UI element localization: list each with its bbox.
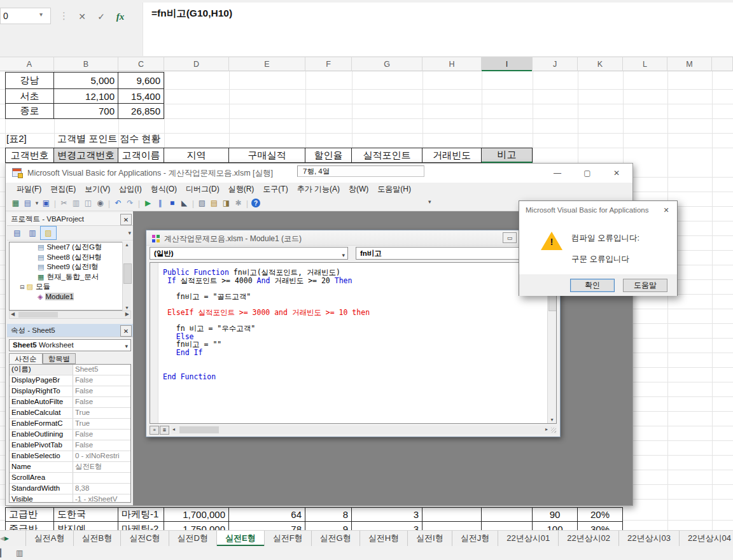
column-header[interactable]: B bbox=[54, 57, 118, 71]
column-header[interactable]: M bbox=[667, 57, 712, 71]
procedure-combo[interactable]: fn비고 ▾ bbox=[356, 247, 545, 260]
cell-value1[interactable]: 12,100 bbox=[54, 89, 118, 104]
copy-icon[interactable]: ▥ bbox=[70, 197, 82, 209]
column-header[interactable]: A bbox=[5, 57, 54, 71]
property-row[interactable]: EnableSelectio 0 - xlNoRestri bbox=[10, 451, 130, 462]
cell-value[interactable]: 9 bbox=[305, 522, 352, 530]
scroll-down-icon[interactable]: ▾ bbox=[548, 417, 556, 423]
cell-class[interactable]: 중급반 bbox=[5, 522, 54, 530]
maximize-button[interactable]: ▢ bbox=[578, 167, 597, 179]
project-explorer-icon[interactable]: ▧ bbox=[196, 197, 208, 209]
column-header[interactable]: E bbox=[229, 57, 305, 71]
table2-header-cell[interactable]: 할인율 bbox=[305, 148, 352, 163]
property-row[interactable]: StandardWidth 8,38 bbox=[10, 484, 130, 494]
toggle-folders-icon[interactable]: ▨ bbox=[40, 226, 57, 240]
cell-value[interactable]: 8 bbox=[305, 507, 352, 522]
property-row[interactable]: Visible -1 - xlSheetV bbox=[10, 494, 130, 503]
object-combo[interactable]: (일반) ▾ bbox=[150, 247, 348, 260]
property-row[interactable]: DisplayRightTo False bbox=[10, 386, 130, 397]
object-browser-icon[interactable]: ◨ bbox=[220, 197, 232, 209]
sheet-tab[interactable]: 실전J형 bbox=[452, 531, 498, 546]
table2-header-cell[interactable]: 거래빈도 bbox=[422, 148, 482, 163]
chevron-down-icon[interactable]: ▾ bbox=[125, 341, 128, 352]
property-value[interactable]: -1 - xlSheetV bbox=[73, 494, 130, 503]
separator[interactable] bbox=[106, 197, 112, 209]
object-selector[interactable]: Sheet5 Worksheet ▾ bbox=[9, 339, 131, 351]
menu-item[interactable]: 실행(R) bbox=[224, 183, 259, 195]
cell-value2[interactable]: 15,400 bbox=[118, 89, 164, 104]
menu-item[interactable]: 파일(F) bbox=[12, 183, 46, 195]
separator[interactable] bbox=[136, 197, 142, 209]
cell-value[interactable]: 100 bbox=[533, 522, 578, 530]
run-icon[interactable]: ▶ bbox=[142, 197, 154, 209]
cell-value1[interactable]: 5,000 bbox=[54, 72, 118, 89]
menu-item[interactable]: 도움말(H) bbox=[373, 183, 415, 195]
separator[interactable] bbox=[190, 197, 196, 209]
menu-item[interactable]: 추가 기능(A) bbox=[293, 183, 344, 195]
column-header[interactable]: L bbox=[623, 57, 667, 71]
find-icon[interactable]: ◉ bbox=[94, 197, 106, 209]
table2-header-cell[interactable]: 지역 bbox=[164, 148, 229, 163]
tree-item-sheet9[interactable]: ⊟ ▤ Sheet9 (실전I형 bbox=[10, 262, 130, 272]
insert-userform-icon[interactable]: ▤ bbox=[22, 197, 34, 209]
sheet-tab[interactable]: 실전C형 bbox=[120, 531, 168, 546]
code-horizontal-scrollbar[interactable]: ◂ ▸ bbox=[171, 426, 557, 434]
column-header[interactable]: F bbox=[305, 57, 352, 71]
property-row[interactable]: ScrollArea bbox=[10, 473, 130, 484]
property-value[interactable]: 8,38 bbox=[73, 484, 130, 494]
chevron-down-icon[interactable]: ▾ bbox=[342, 249, 345, 261]
cell-amount[interactable]: 1,700,000 bbox=[164, 507, 229, 522]
sheet-tab[interactable]: 실전E형 bbox=[216, 531, 264, 546]
scroll-thumb[interactable] bbox=[123, 263, 132, 284]
scroll-up-icon[interactable]: ▲ bbox=[123, 242, 131, 247]
scroll-down-icon[interactable]: ▼ bbox=[123, 305, 131, 310]
resize-grip[interactable] bbox=[551, 428, 556, 433]
separator[interactable] bbox=[244, 197, 250, 209]
sheet-tab[interactable]: 22년상시01 bbox=[498, 531, 558, 546]
property-row[interactable]: Name 실전E형 bbox=[10, 462, 130, 473]
minimize-button[interactable]: — bbox=[548, 167, 567, 179]
save-icon[interactable]: ▣ bbox=[40, 197, 52, 209]
cell-value2[interactable]: 26,850 bbox=[118, 104, 164, 119]
cell-empty[interactable] bbox=[422, 522, 482, 530]
properties-window-icon[interactable]: ▤ bbox=[208, 197, 220, 209]
cell-value[interactable]: 78 bbox=[229, 522, 305, 530]
break-icon[interactable]: ∥ bbox=[154, 197, 166, 209]
redo-icon[interactable]: ↷ bbox=[124, 197, 136, 209]
sheet-tab[interactable]: 실전I형 bbox=[407, 531, 452, 546]
scroll-right-icon[interactable]: ▶ bbox=[125, 311, 129, 317]
cell-name[interactable]: 박지예 bbox=[54, 522, 118, 530]
restore-button[interactable]: ▭ bbox=[503, 232, 517, 243]
code-editor[interactable]: Public Function fn비고(실적포인트, 거래빈도) If 실적포… bbox=[150, 262, 557, 424]
column-header[interactable]: K bbox=[578, 57, 623, 71]
ok-button[interactable]: 확인 bbox=[570, 279, 615, 292]
property-value[interactable]: False bbox=[73, 440, 130, 451]
property-row[interactable]: (이름) Sheet5 bbox=[10, 365, 130, 375]
cell-region[interactable]: 강남 bbox=[5, 72, 54, 89]
scroll-right-icon[interactable]: ▸ bbox=[545, 426, 548, 432]
expander-icon[interactable]: ⊟ bbox=[20, 284, 25, 290]
view-object-icon[interactable]: ▥ bbox=[25, 227, 40, 239]
scroll-left-icon[interactable]: ◂ bbox=[172, 426, 175, 432]
dialog-close-icon[interactable]: ✕ bbox=[658, 204, 674, 216]
separator[interactable] bbox=[52, 197, 58, 209]
scroll-left-icon[interactable]: ◀ bbox=[11, 311, 15, 317]
tree-item-module1[interactable]: ⊟ ◈ Module1 bbox=[10, 292, 130, 302]
cancel-icon[interactable]: ✕ bbox=[74, 9, 90, 24]
help-icon[interactable]: ? bbox=[251, 199, 260, 207]
cell-value2[interactable]: 9,600 bbox=[118, 72, 164, 89]
cell-empty[interactable] bbox=[482, 522, 533, 530]
property-row[interactable]: DisplayPageBr False bbox=[10, 375, 130, 386]
property-value[interactable]: False bbox=[73, 386, 130, 396]
view-code-icon[interactable]: ▤ bbox=[10, 227, 25, 239]
properties-close-icon[interactable]: ✕ bbox=[120, 325, 132, 337]
property-row[interactable]: EnableFormatC True bbox=[10, 419, 130, 430]
property-row[interactable]: EnableOutlining False bbox=[10, 430, 130, 440]
cell-value[interactable]: 3 bbox=[352, 507, 422, 522]
cell-value[interactable]: 90 bbox=[533, 507, 578, 522]
table2-header-cell[interactable]: 비고 bbox=[482, 148, 533, 163]
table2-header-cell[interactable]: 고객번호 bbox=[5, 148, 54, 163]
sheet-tab[interactable]: 22년상시04 bbox=[679, 531, 733, 546]
tab-categorized[interactable]: 항목별 bbox=[43, 353, 76, 364]
sheet-tab[interactable]: 실전D형 bbox=[169, 531, 216, 546]
